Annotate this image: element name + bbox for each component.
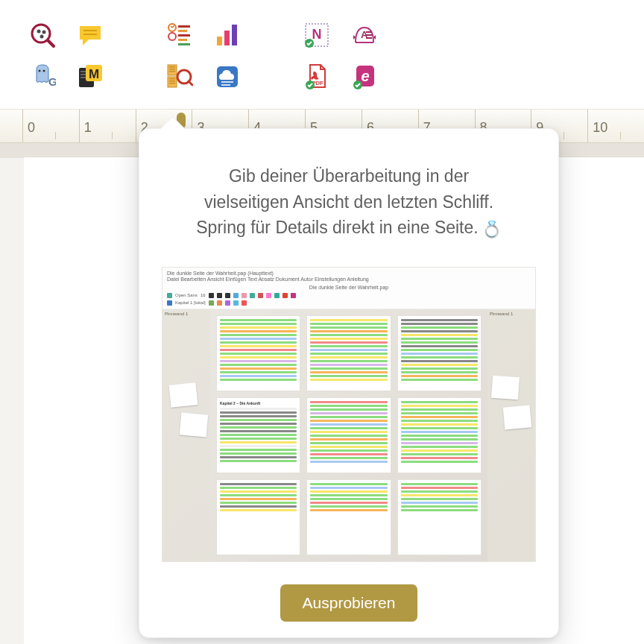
statistics-icon[interactable] (213, 21, 242, 49)
cloud-sync-icon[interactable] (213, 63, 242, 91)
svg-rect-45 (221, 84, 230, 86)
tooltip-line-3: Spring für Details direkt in eine Seite.… (160, 215, 537, 242)
multipage-view-icon[interactable] (165, 63, 194, 91)
svg-rect-9 (178, 25, 190, 28)
tooltip-text: Gib deiner Überarbeitung in der vielseit… (139, 129, 558, 259)
svg-point-8 (168, 33, 176, 40)
svg-rect-44 (221, 81, 233, 83)
svg-rect-11 (178, 34, 190, 37)
try-it-button[interactable]: Ausprobieren (280, 584, 418, 622)
svg-rect-23 (366, 37, 372, 39)
svg-rect-10 (178, 30, 187, 32)
export-pdf-icon[interactable]: PDF (303, 63, 331, 91)
svg-rect-36 (169, 71, 175, 72)
svg-point-3 (40, 35, 44, 39)
svg-point-24 (39, 70, 41, 72)
tooltip-line-1: Gib deiner Überarbeitung in der (160, 163, 537, 189)
feature-tooltip: Gib deiner Überarbeitung in der vielseit… (139, 128, 559, 638)
svg-rect-15 (224, 31, 230, 45)
svg-rect-35 (169, 69, 175, 70)
svg-point-25 (43, 70, 45, 72)
preview-doc-title: Die dunkle Seite der Wahrheit.pap (167, 285, 531, 291)
ruler-label: 0 (28, 120, 35, 136)
svg-rect-22 (366, 34, 372, 36)
svg-rect-34 (169, 66, 175, 68)
svg-rect-39 (169, 80, 175, 82)
toolbar-row-2: G M PDF e (0, 60, 644, 94)
ruler-label: 1 (84, 120, 92, 136)
svg-line-4 (48, 40, 54, 46)
svg-line-42 (189, 81, 192, 85)
tooltip-line-2: vielseitigen Ansicht den letzten Schliff… (160, 189, 537, 215)
svg-rect-13 (178, 43, 190, 45)
thesaurus-icon[interactable]: A (350, 21, 379, 49)
word-count-icon[interactable]: N (303, 21, 331, 49)
svg-rect-38 (169, 78, 175, 80)
svg-point-2 (42, 31, 46, 34)
svg-rect-12 (178, 39, 187, 41)
svg-point-1 (37, 30, 41, 34)
preview-pinboard-left: Pinnwand 1 (162, 309, 210, 561)
svg-text:G: G (48, 75, 56, 88)
ring-icon: 💍 (482, 220, 502, 239)
find-replace-icon[interactable] (28, 21, 57, 49)
ruler-label: 10 (593, 120, 607, 136)
ghost-icon[interactable]: G (28, 63, 57, 91)
preview-pinboard-right: Pinnwand 1 (487, 309, 535, 561)
export-epub-icon[interactable]: e (350, 63, 379, 91)
svg-rect-16 (232, 25, 237, 45)
svg-text:e: e (361, 68, 369, 84)
feature-preview-image: Die dunkle Seite der Wahrheit.pap (Haupt… (162, 267, 536, 562)
highlight-mode-icon[interactable]: M (76, 63, 104, 91)
outline-icon[interactable] (165, 21, 194, 49)
svg-text:M: M (89, 67, 99, 81)
comment-icon[interactable] (76, 21, 104, 49)
toolbar-row-1: N A (0, 18, 644, 52)
svg-rect-40 (169, 83, 175, 84)
preview-toolbar: Open Sans 16 (167, 293, 531, 298)
svg-rect-21 (366, 31, 372, 33)
svg-text:N: N (312, 27, 322, 42)
preview-pages-grid: Kapitel 2 – Die Ankunft (210, 309, 487, 561)
toolbar: N A G M PDF e (0, 0, 644, 109)
preview-menu: Datei Bearbeiten Ansicht Einfügen Text A… (167, 277, 531, 282)
preview-window-title: Die dunkle Seite der Wahrheit.pap (Haupt… (167, 271, 531, 277)
svg-rect-14 (217, 37, 222, 45)
